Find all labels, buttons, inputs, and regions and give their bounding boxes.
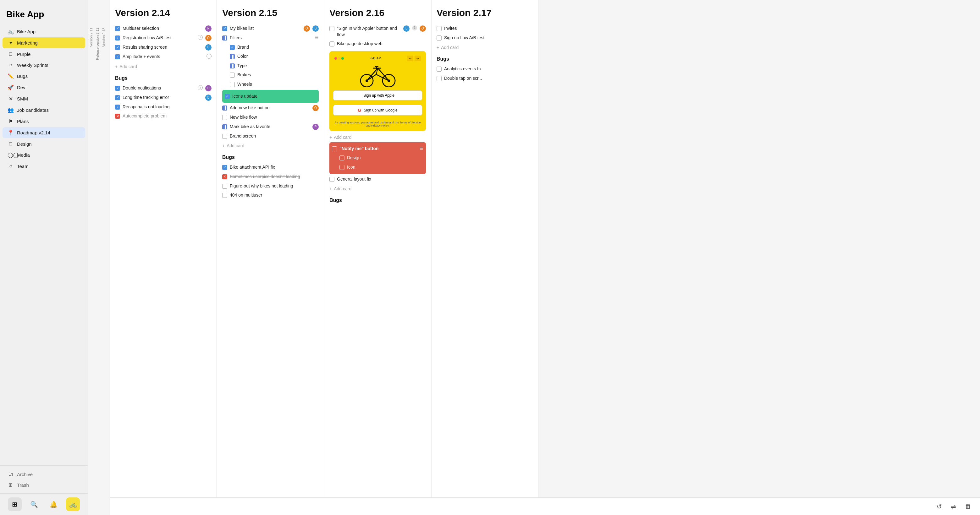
- card-text[interactable]: Wheels: [237, 81, 319, 88]
- sidebar-item-job-candidates[interactable]: 👥 Job candidates: [3, 105, 85, 116]
- add-card-button[interactable]: + Add card: [115, 63, 212, 70]
- add-card-button[interactable]: + Add card: [222, 142, 319, 149]
- card-text[interactable]: Invites: [444, 25, 533, 32]
- sidebar-item-media[interactable]: ◯◯ Media: [3, 149, 85, 160]
- card-checkbox[interactable]: [222, 184, 227, 189]
- sidebar-item-team[interactable]: ○ Team: [3, 161, 85, 171]
- sidebar-item-smm[interactable]: ✕ SMM: [3, 93, 85, 104]
- card-checkbox[interactable]: ✓: [115, 54, 120, 59]
- card-checkbox[interactable]: ✓: [115, 105, 120, 109]
- sidebar-item-bike-app[interactable]: 🚲 Bike App: [3, 26, 85, 37]
- card-checkbox[interactable]: ✓: [115, 86, 120, 91]
- card-text[interactable]: Add new bike button: [230, 105, 310, 111]
- sidebar-item-bugs[interactable]: ✏️ Bugs: [3, 71, 85, 82]
- card-text[interactable]: Mark bike as favorite: [230, 124, 310, 130]
- card-checkbox[interactable]: [230, 73, 235, 78]
- card-text[interactable]: Double notifications: [123, 85, 195, 91]
- user-avatar[interactable]: 🚲: [66, 498, 80, 511]
- version-label-211[interactable]: Version 2.11: [88, 25, 94, 49]
- card-text[interactable]: "Sign In with Apple" button and flow: [337, 25, 401, 38]
- card-text[interactable]: 404 on multiuser: [230, 192, 319, 198]
- card-checkbox[interactable]: [230, 82, 235, 87]
- card-checkbox[interactable]: ▐: [222, 35, 227, 41]
- card-text[interactable]: Figure-out why bikes not loading: [230, 183, 319, 189]
- card-checkbox[interactable]: ✓: [225, 94, 230, 99]
- sidebar-item-weekly-sprints[interactable]: ○ Weekly Sprints: [3, 60, 85, 70]
- card-checkbox[interactable]: [437, 67, 442, 71]
- card-text[interactable]: Icon: [347, 164, 423, 171]
- add-card-button[interactable]: + Add card: [437, 44, 533, 51]
- card-checkbox[interactable]: [437, 26, 442, 31]
- card-text[interactable]: My bikes list: [230, 25, 301, 32]
- card-checkbox[interactable]: [329, 41, 334, 46]
- sidebar-item-design[interactable]: □ Design: [3, 138, 85, 149]
- card-checkbox[interactable]: [222, 193, 227, 198]
- add-card-button[interactable]: + Add card: [329, 185, 426, 192]
- card-text[interactable]: Amplitude + events: [123, 54, 204, 60]
- undo-button[interactable]: ↺: [935, 501, 943, 512]
- card-checkbox[interactable]: [329, 177, 334, 182]
- card-checkbox[interactable]: ✓: [115, 45, 120, 50]
- prev-arrow[interactable]: ←: [407, 55, 413, 61]
- card-text[interactable]: Results sharing screen: [123, 44, 203, 51]
- card-text[interactable]: Sometimes userpics doesn't loading: [230, 174, 319, 180]
- sign-in-google-button[interactable]: G Sign up with Google: [333, 105, 422, 116]
- sidebar-item-dev[interactable]: 🚀 Dev: [3, 82, 85, 93]
- card-checkbox[interactable]: ✓: [115, 35, 120, 41]
- version-label-212[interactable]: Release version 2.12: [94, 25, 100, 62]
- card-text[interactable]: General layout fix: [337, 176, 426, 182]
- card-text[interactable]: Autocomplete problem: [123, 113, 212, 119]
- card-checkbox[interactable]: ✓: [115, 95, 120, 100]
- card-text[interactable]: Bike attachment API fix: [230, 164, 319, 171]
- card-checkbox[interactable]: ▐: [222, 106, 227, 111]
- card-checkbox[interactable]: [339, 155, 344, 160]
- card-checkbox[interactable]: [437, 35, 442, 41]
- card-checkbox[interactable]: [329, 26, 334, 31]
- sidebar-item-purple[interactable]: □ Purple: [3, 49, 85, 59]
- notify-title[interactable]: "Notify me" button: [339, 146, 417, 152]
- sign-in-apple-button[interactable]: Sign up with Apple: [333, 90, 422, 100]
- sidebar-item-roadmap[interactable]: 📍 Roadmap v2.14: [3, 127, 85, 138]
- card-text[interactable]: Bike page desktop web: [337, 41, 426, 47]
- card-text[interactable]: Design: [347, 155, 423, 161]
- sidebar-item-plans[interactable]: ⚑ Plans: [3, 116, 85, 127]
- card-text[interactable]: Color: [237, 53, 319, 60]
- card-text[interactable]: Brakes: [237, 72, 319, 78]
- card-text[interactable]: Brand: [237, 44, 319, 51]
- card-text[interactable]: Recapcha is not loading: [123, 104, 212, 110]
- card-checkbox[interactable]: ▐: [230, 63, 235, 68]
- card-checkbox[interactable]: ✓: [230, 45, 235, 50]
- search-button[interactable]: 🔍: [27, 498, 41, 511]
- version-label-213[interactable]: Version 2.13: [100, 25, 107, 49]
- card-text[interactable]: Sign up flow A/B test: [444, 35, 533, 41]
- sidebar-item-marketing[interactable]: ✦ Marketing: [3, 37, 85, 48]
- card-checkbox[interactable]: ✓: [115, 26, 120, 31]
- card-text[interactable]: Multiuser selection: [123, 25, 203, 32]
- sidebar-item-trash[interactable]: 🗑 Trash: [3, 480, 85, 490]
- add-card-button[interactable]: + Add card: [329, 133, 426, 141]
- card-checkbox[interactable]: [222, 115, 227, 120]
- card-text[interactable]: Icons update: [232, 93, 316, 100]
- card-text[interactable]: Filters: [230, 35, 312, 41]
- next-arrow[interactable]: →: [415, 55, 421, 61]
- notifications-button[interactable]: 🔔: [46, 498, 60, 511]
- card-checkbox[interactable]: ✓: [222, 165, 227, 170]
- card-checkbox[interactable]: [339, 165, 344, 170]
- card-text[interactable]: Registration flow A/B test: [123, 35, 195, 41]
- card-checkbox[interactable]: ▐: [230, 54, 235, 59]
- card-text[interactable]: New bike flow: [230, 114, 319, 120]
- grid-view-button[interactable]: ⊞: [8, 498, 22, 511]
- card-text[interactable]: Long time tracking error: [123, 95, 203, 101]
- card-text[interactable]: Brand screen: [230, 133, 319, 139]
- card-checkbox[interactable]: ✕: [115, 114, 120, 119]
- card-checkbox[interactable]: [437, 76, 442, 81]
- card-text[interactable]: Double tap on scr...: [444, 75, 533, 82]
- delete-button[interactable]: 🗑: [964, 501, 972, 511]
- card-checkbox[interactable]: ✓: [222, 26, 227, 31]
- card-text[interactable]: Analytics events fix: [444, 66, 533, 72]
- filter-button[interactable]: ⇌: [950, 501, 958, 512]
- card-checkbox[interactable]: ▐: [222, 124, 227, 129]
- card-checkbox[interactable]: [332, 146, 337, 151]
- card-text[interactable]: Type: [237, 63, 319, 69]
- card-checkbox[interactable]: [222, 134, 227, 139]
